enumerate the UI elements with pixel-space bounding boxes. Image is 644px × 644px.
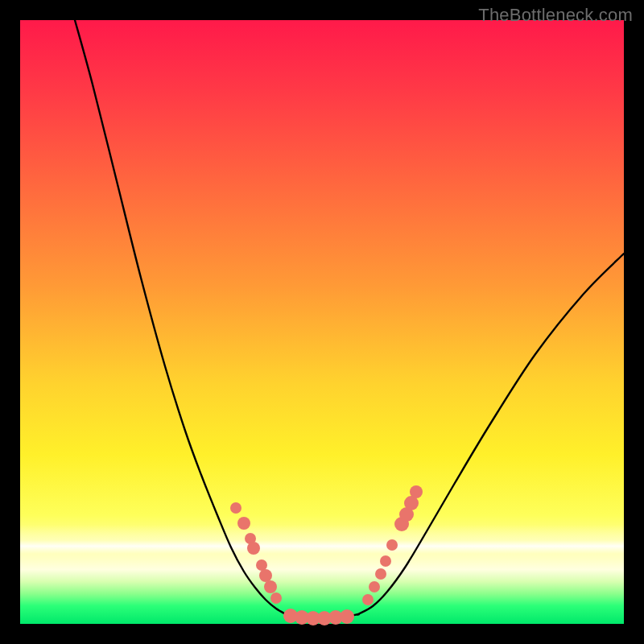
curve-marker [340,609,354,624]
curve-marker [259,569,272,582]
curve-markers [230,485,423,625]
curve-marker [380,555,391,567]
curve-marker [369,581,380,592]
curve-marker [237,517,250,530]
bottleneck-curve-svg [20,20,624,624]
curve-marker [247,542,260,555]
curve-marker [270,592,282,604]
curve-marker [362,594,374,605]
curve-marker [256,559,267,571]
curve-marker [375,568,386,580]
curve-marker [264,580,277,593]
watermark: TheBottleneck.com [478,5,633,26]
curve-marker [386,539,398,551]
bottleneck-curve [75,20,624,618]
curve-marker [410,485,423,498]
curve-marker [230,502,242,514]
